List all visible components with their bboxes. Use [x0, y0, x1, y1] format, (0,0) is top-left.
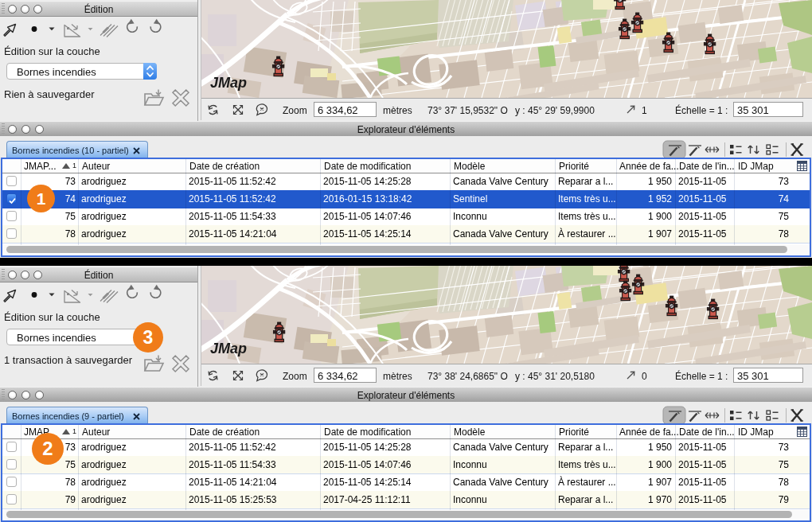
svg-text:1: 1	[72, 162, 76, 169]
svg-text:1: 1	[72, 427, 76, 435]
